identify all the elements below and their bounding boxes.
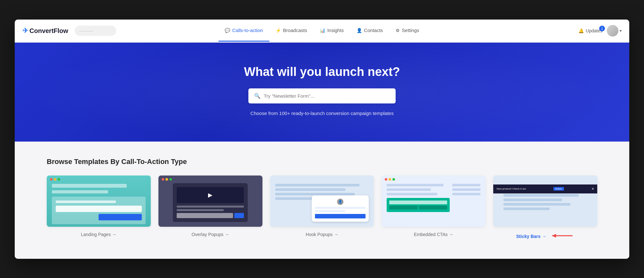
- updates-badge: 1: [599, 26, 605, 31]
- lp-label: [56, 200, 116, 203]
- user-dropdown-icon[interactable]: ▾: [620, 29, 622, 33]
- sticky-label-row: Sticky Bars →: [516, 232, 575, 240]
- emb-bar-3: [387, 193, 437, 195]
- lp-bar-1: [52, 184, 127, 188]
- popup-box: ▶: [173, 183, 248, 222]
- emb-form-btn-row: [389, 206, 447, 209]
- nav-center: 💬 Calls-to-action ⚡ Broadcasts 📊 Insight…: [218, 20, 425, 42]
- lp-form: [52, 197, 146, 224]
- hero-title: What will you launch next?: [21, 65, 623, 79]
- sticky-bar-text: New product! Check it out: [496, 187, 526, 190]
- dot-yellow-4: [389, 178, 391, 181]
- hero-section: What will you launch next? 🔍 Choose from…: [15, 43, 629, 142]
- dot-red-2: [162, 178, 164, 181]
- popup-input: [177, 213, 233, 218]
- embedded-preview-content: [382, 176, 486, 227]
- emb-bar-1: [387, 184, 443, 186]
- play-icon: ▶: [208, 192, 213, 199]
- lp-button: [99, 214, 141, 220]
- nav-contacts-label: Contacts: [364, 28, 383, 33]
- template-label-landing: Landing Pages →: [81, 232, 117, 237]
- dot-red-4: [385, 178, 387, 181]
- navbar: ✈ ConvertFlow ············ 💬 Calls-to-ac…: [15, 20, 629, 43]
- user-menu[interactable]: ▾: [607, 25, 622, 37]
- nav-contacts[interactable]: 👤 Contacts: [350, 20, 389, 42]
- nav-insights-label: Insights: [327, 28, 344, 33]
- template-preview-embedded: [382, 176, 486, 227]
- nav-broadcasts-label: Broadcasts: [283, 28, 307, 33]
- nav-settings[interactable]: ⚙ Settings: [389, 20, 425, 42]
- emb-form-input: [389, 200, 447, 204]
- nav-calls-to-action[interactable]: 💬 Calls-to-action: [218, 20, 269, 42]
- templates-grid: Landing Pages → ▶: [47, 176, 597, 240]
- template-card-sticky-bars[interactable]: New product! Check it out Button ✕: [493, 176, 597, 240]
- hook-text-1: [315, 207, 366, 209]
- red-arrow: [549, 232, 575, 240]
- logo[interactable]: ✈ ConvertFlow: [22, 27, 68, 35]
- logo-icon: ✈: [22, 27, 28, 35]
- template-card-landing-pages[interactable]: Landing Pages →: [47, 176, 151, 237]
- hook-chat: 👤: [312, 195, 369, 222]
- popup-button: [234, 213, 244, 218]
- popup-text-2: [177, 209, 224, 211]
- nav-cta-label: Calls-to-action: [232, 28, 263, 33]
- arrow-head: [552, 234, 556, 238]
- bell-icon: 🔔: [578, 28, 584, 33]
- nav-insights[interactable]: 📊 Insights: [313, 20, 350, 42]
- nav-broadcasts[interactable]: ⚡ Broadcasts: [269, 20, 313, 42]
- browser-window: ✈ ConvertFlow ············ 💬 Calls-to-ac…: [15, 20, 629, 259]
- sticky-close-icon: ✕: [592, 187, 594, 191]
- contacts-icon: 👤: [357, 28, 362, 33]
- template-preview-sticky: New product! Check it out Button ✕: [493, 176, 597, 227]
- sticky-bar-button: Button: [553, 187, 564, 191]
- emb-sidebar-bar-1: [452, 184, 480, 186]
- template-card-embedded-ctas[interactable]: Embedded CTAs →: [382, 176, 486, 237]
- template-label-sticky[interactable]: Sticky Bars →: [516, 234, 546, 239]
- updates-button[interactable]: 🔔 Updates 1: [578, 28, 602, 33]
- logo-area: ✈ ConvertFlow ············: [22, 26, 116, 36]
- popup-input-row: [177, 213, 244, 218]
- broadcasts-icon: ⚡: [276, 28, 281, 33]
- search-icon: 🔍: [254, 93, 261, 99]
- emb-sidebar: [452, 184, 480, 212]
- avatar[interactable]: [607, 25, 618, 37]
- overlay-preview-content: ▶: [158, 176, 262, 227]
- hook-avatar: 👤: [337, 199, 343, 205]
- template-preview-overlay: ▶: [158, 176, 262, 227]
- site-selector[interactable]: ············: [75, 26, 116, 36]
- search-input[interactable]: [264, 93, 390, 99]
- emb-sidebar-bar-3: [452, 193, 480, 195]
- sticky-preview-content: New product! Check it out Button ✕: [493, 176, 597, 227]
- emb-form-btn-2: [419, 206, 447, 209]
- hook-line-3: [275, 193, 355, 195]
- sticky-line-3: [503, 203, 570, 206]
- lp-bar-2: [52, 190, 108, 193]
- nav-right: 🔔 Updates 1 ▾: [578, 25, 622, 37]
- window-dots-embedded: [382, 176, 398, 183]
- template-card-overlay-popups[interactable]: ▶ Overlay Popups →: [158, 176, 262, 237]
- insights-icon: 📊: [320, 28, 325, 33]
- emb-sidebar-bar-2: [452, 188, 480, 191]
- sticky-bar: New product! Check it out Button ✕: [493, 184, 597, 193]
- nav-settings-label: Settings: [402, 28, 419, 33]
- sticky-line-2: [503, 199, 562, 201]
- emb-form-btn-1: [389, 206, 417, 209]
- dot-yellow-2: [165, 178, 168, 181]
- window-dots: [47, 176, 63, 183]
- emb-top: [387, 184, 480, 212]
- dot-green-2: [169, 178, 172, 181]
- template-preview-hook: 👤: [270, 176, 374, 227]
- hook-preview-content: 👤: [270, 176, 374, 227]
- hook-line-1: [275, 184, 360, 186]
- hook-line-2: [275, 188, 346, 191]
- dot-red: [50, 178, 52, 181]
- dot-yellow: [54, 178, 56, 181]
- template-preview-landing: [47, 176, 151, 227]
- emb-bar-2: [387, 188, 431, 191]
- avatar-image: [607, 25, 618, 37]
- template-label-embedded: Embedded CTAs →: [414, 232, 453, 237]
- search-bar: 🔍: [248, 88, 396, 103]
- template-card-hook-popups[interactable]: 👤 Hook Popups →: [270, 176, 374, 237]
- dot-green-4: [392, 178, 395, 181]
- template-label-overlay: Overlay Popups →: [191, 232, 229, 237]
